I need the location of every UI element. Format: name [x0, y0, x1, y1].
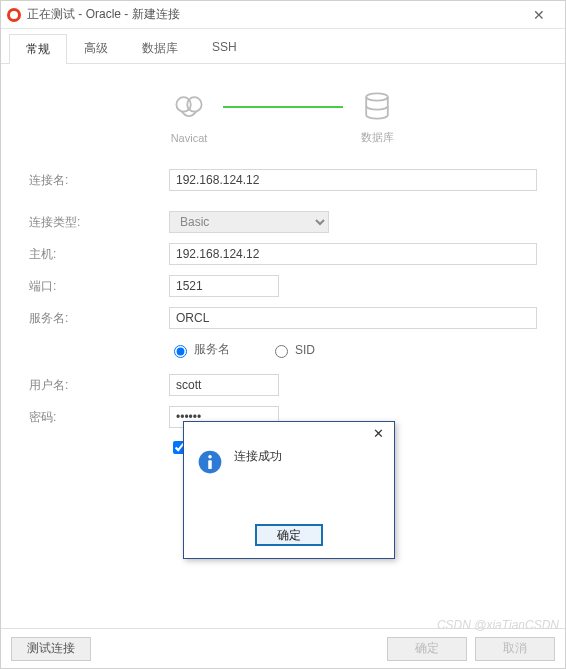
select-conn-type[interactable]: Basic — [169, 211, 329, 233]
result-modal: ✕ 连接成功 确定 — [183, 421, 395, 559]
modal-message: 连接成功 — [234, 448, 282, 465]
ok-button[interactable]: 确定 — [387, 637, 467, 661]
info-icon — [196, 448, 224, 476]
svg-point-4 — [208, 455, 212, 459]
radio-service[interactable]: 服务名 — [169, 341, 230, 358]
svg-rect-5 — [208, 460, 212, 469]
oracle-icon — [7, 8, 21, 22]
svg-point-2 — [367, 93, 389, 100]
tab-bar: 常规 高级 数据库 SSH — [1, 29, 565, 64]
window-close-button[interactable]: ✕ — [519, 7, 559, 23]
radio-service-input[interactable] — [174, 345, 187, 358]
diagram-right-label: 数据库 — [361, 130, 394, 145]
label-service-name: 服务名: — [29, 310, 169, 327]
modal-titlebar: ✕ — [184, 422, 394, 444]
connector-line — [223, 106, 343, 108]
modal-ok-button[interactable]: 确定 — [255, 524, 323, 546]
tab-ssh[interactable]: SSH — [195, 33, 254, 63]
tab-database[interactable]: 数据库 — [125, 33, 195, 63]
cancel-button[interactable]: 取消 — [475, 637, 555, 661]
tab-advanced[interactable]: 高级 — [67, 33, 125, 63]
radio-sid-input[interactable] — [275, 345, 288, 358]
label-conn-type: 连接类型: — [29, 214, 169, 231]
window: 正在测试 - Oracle - 新建连接 ✕ 常规 高级 数据库 SSH Nav… — [0, 0, 566, 669]
input-username[interactable] — [169, 374, 279, 396]
label-port: 端口: — [29, 278, 169, 295]
label-password: 密码: — [29, 409, 169, 426]
radio-sid[interactable]: SID — [270, 342, 315, 358]
label-username: 用户名: — [29, 377, 169, 394]
input-host[interactable] — [169, 243, 537, 265]
label-conn-name: 连接名: — [29, 172, 169, 189]
footer: 测试连接 确定 取消 — [1, 628, 565, 668]
tab-general[interactable]: 常规 — [9, 34, 67, 64]
window-title: 正在测试 - Oracle - 新建连接 — [27, 6, 180, 23]
svg-point-1 — [187, 97, 201, 111]
modal-close-button[interactable]: ✕ — [366, 426, 390, 441]
input-conn-name[interactable] — [169, 169, 537, 191]
database-icon — [359, 88, 395, 126]
titlebar: 正在测试 - Oracle - 新建连接 ✕ — [1, 1, 565, 29]
input-service-name[interactable] — [169, 307, 537, 329]
label-host: 主机: — [29, 246, 169, 263]
connection-diagram: Navicat 数据库 — [29, 88, 537, 145]
navicat-icon — [171, 90, 207, 128]
diagram-left-label: Navicat — [171, 132, 208, 144]
test-connection-button[interactable]: 测试连接 — [11, 637, 91, 661]
input-port[interactable] — [169, 275, 279, 297]
form: 连接名: 连接类型: Basic 主机: 端口: 服务名: — [29, 169, 537, 457]
